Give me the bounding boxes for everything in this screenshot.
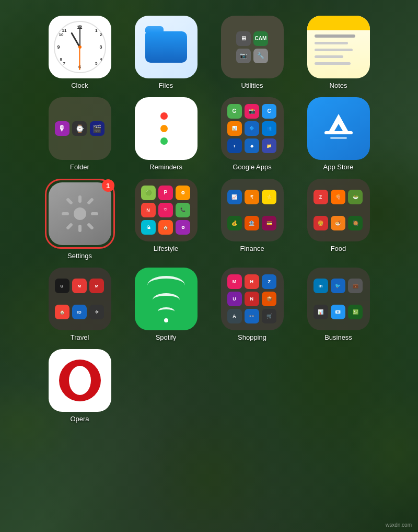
travel-icon: U M M 🏠 ID ✈ xyxy=(49,268,111,330)
home-screen: 12 3 6 9 1 11 5 7 2 4 10 8 xyxy=(0,0,418,532)
opera-label: Opera xyxy=(70,415,89,423)
app-files[interactable]: Files xyxy=(128,16,204,89)
settings-badge: 1 xyxy=(102,179,114,192)
utilities-icon: ⊞ CAM 📷 🔧 xyxy=(221,16,284,78)
reminders-icon xyxy=(135,97,198,160)
app-store-label: App Store xyxy=(323,163,354,171)
files-icon xyxy=(135,16,198,78)
svg-rect-6 xyxy=(86,223,94,230)
app-row-2: 🎙 ⌚ 🎬 Folder xyxy=(21,97,397,171)
food-icon: Z 🍕 🥗 🍔 🍜 🥘 xyxy=(307,179,370,241)
opera-icon xyxy=(49,349,111,412)
spotify-label: Spotify xyxy=(156,333,177,341)
lifestyle-label: Lifestyle xyxy=(154,245,179,252)
svg-rect-2 xyxy=(78,225,82,232)
app-row-5: Opera xyxy=(21,349,397,423)
finance-icon: 📈 ₹ 🌟 💰 🏦 💳 xyxy=(221,179,284,241)
notes-icon xyxy=(307,16,370,78)
finance-label: Finance xyxy=(240,245,264,252)
app-utilities[interactable]: ⊞ CAM 📷 🔧 Utilities xyxy=(214,16,290,89)
app-settings[interactable]: 1 Settings xyxy=(42,179,118,260)
reminders-label: Reminders xyxy=(149,163,182,171)
spotify-icon xyxy=(135,268,198,330)
utilities-label: Utilities xyxy=(241,82,263,89)
files-label: Files xyxy=(159,82,173,89)
svg-rect-7 xyxy=(65,223,73,230)
folder-label: Folder xyxy=(70,163,89,171)
business-label: Business xyxy=(324,333,352,341)
shopping-label: Shopping xyxy=(238,333,266,341)
lifestyle-icon: 🟢 P ⚙ N ♡ 📞 🌤 🏠 ✿ xyxy=(135,179,198,241)
svg-point-0 xyxy=(74,207,86,220)
svg-rect-8 xyxy=(86,198,94,205)
app-travel[interactable]: U M M 🏠 ID ✈ Travel xyxy=(42,268,118,341)
app-row-4: U M M 🏠 ID ✈ Travel Spotify xyxy=(21,268,397,341)
app-store-icon xyxy=(307,97,370,160)
app-finance[interactable]: 📈 ₹ 🌟 💰 🏦 💳 Finance xyxy=(214,179,290,260)
food-label: Food xyxy=(331,245,346,252)
google-apps-label: Google Apps xyxy=(233,163,271,171)
business-icon: in 🐦 💼 📊 📧 💹 xyxy=(307,268,370,330)
svg-rect-3 xyxy=(62,212,69,215)
app-spotify[interactable]: Spotify xyxy=(128,268,204,341)
clock-label: Clock xyxy=(71,82,88,89)
travel-label: Travel xyxy=(71,333,89,341)
app-opera[interactable]: Opera xyxy=(42,349,118,423)
app-shopping[interactable]: M H Z U N 📦 A 👓 🛒 Shopping xyxy=(214,268,290,341)
app-store[interactable]: App Store xyxy=(300,97,376,171)
app-notes[interactable]: Notes xyxy=(300,16,376,89)
folder-icon: 🎙 ⌚ 🎬 xyxy=(49,97,111,160)
app-food[interactable]: Z 🍕 🥗 🍔 🍜 🥘 Food xyxy=(300,179,376,260)
settings-highlight: 1 xyxy=(45,179,115,249)
app-lifestyle[interactable]: 🟢 P ⚙ N ♡ 📞 🌤 🏠 ✿ Lifestyle xyxy=(128,179,204,260)
svg-rect-4 xyxy=(91,212,98,215)
shopping-icon: M H Z U N 📦 A 👓 🛒 xyxy=(221,268,284,330)
notes-label: Notes xyxy=(330,82,347,89)
watermark: wsxdn.com xyxy=(386,522,412,528)
app-reminders[interactable]: Reminders xyxy=(128,97,204,171)
google-apps-icon: G 📸 C 📊 🔷 👥 T ◆ 📁 xyxy=(221,97,284,160)
app-row-1: 12 3 6 9 1 11 5 7 2 4 10 8 xyxy=(21,16,397,89)
svg-rect-5 xyxy=(65,198,73,205)
settings-icon: 1 xyxy=(49,182,111,245)
app-clock[interactable]: 12 3 6 9 1 11 5 7 2 4 10 8 xyxy=(42,16,118,89)
settings-label: Settings xyxy=(67,252,92,260)
app-folder[interactable]: 🎙 ⌚ 🎬 Folder xyxy=(42,97,118,171)
svg-rect-1 xyxy=(78,195,82,203)
app-business[interactable]: in 🐦 💼 📊 📧 💹 Business xyxy=(300,268,376,341)
app-row-3: 1 Settings 🟢 P ⚙ N ♡ 📞 🌤 🏠 ✿ Lifestyle xyxy=(21,179,397,260)
app-google-apps[interactable]: G 📸 C 📊 🔷 👥 T ◆ 📁 Google Apps xyxy=(214,97,290,171)
clock-icon: 12 3 6 9 1 11 5 7 2 4 10 8 xyxy=(49,16,111,78)
